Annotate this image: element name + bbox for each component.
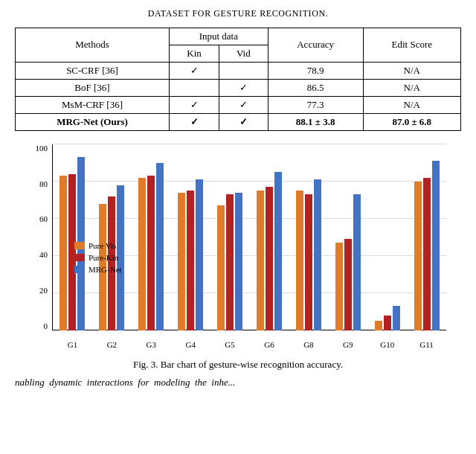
cell-method: BoF [36] [16,79,170,96]
bar-pure_kin [187,191,194,330]
bar-group [250,172,289,330]
cell-kin [169,79,219,96]
bar-group [289,179,328,330]
bar-pure_vis [414,182,422,330]
x-label: G10 [367,340,407,349]
bar-pure_kin [305,194,312,330]
bar-mrg_net [353,194,361,330]
bar-pure_vis [60,176,67,330]
bar-group [328,194,367,330]
x-label: G9 [328,340,367,349]
legend-label: MRG-Net [89,265,122,274]
cell-accuracy: 86.5 [268,79,363,96]
cell-accuracy: 88.1 ± 3.8 [268,113,363,130]
bar-chart: 020406080100 G1G2G3G4G5G6G8G9G10G11 Pure… [30,144,446,353]
cell-kin: ✓ [169,96,219,113]
legend-label: Pure Vis [89,241,116,250]
bar-mrg_net [432,161,440,330]
bar-pure_vis [335,243,343,330]
y-label: 80 [39,180,48,188]
legend-item: Pure-Kin [74,253,122,262]
bar-pure_vis [257,191,264,330]
cell-vid: ✓ [219,96,268,113]
bar-pure_vis [217,205,225,330]
cell-method: MRG-Net (Ours) [16,113,170,130]
cell-method: SC-CRF [36] [16,62,170,79]
x-label: G8 [289,340,328,349]
bar-pure_vis [375,321,382,330]
x-label: G3 [132,340,171,349]
legend-item: MRG-Net [74,265,122,274]
legend-swatch [74,266,85,273]
x-label: G1 [53,340,92,349]
bar-mrg_net [393,306,400,330]
bar-pure_kin [423,178,431,330]
subheader-kin: Kin [169,45,219,62]
legend-swatch [74,242,85,249]
bar-pure_vis [178,193,185,330]
table-title: Dataset for Gesture Recognition. [15,7,461,20]
cell-vid: ✓ [219,79,268,96]
table-row: MRG-Net (Ours) ✓ ✓ 88.1 ± 3.8 87.0 ± 6.8 [16,113,461,130]
chart-caption: Fig. 3. Bar chart of gesture-wise recogn… [15,359,461,371]
y-label: 0 [44,322,48,330]
y-label: 100 [36,144,48,153]
table-row: SC-CRF [36] ✓ 78.9 N/A [16,62,461,79]
cell-vid: ✓ [219,113,268,130]
footer-text: nabling dynamic interactions for modelin… [15,375,461,390]
bars-area [53,144,446,330]
bar-pure_kin [344,239,352,330]
bar-mrg_net [156,163,164,330]
bar-pure_kin [226,194,234,330]
comparison-table: Methods Input data Accuracy Edit Score K… [15,28,461,131]
bar-pure_kin [147,176,155,330]
cell-edit-score: 87.0 ± 6.8 [363,113,460,130]
legend: Pure VisPure-KinMRG-Net [74,241,122,274]
col-input-data: Input data [169,28,268,45]
cell-edit-score: N/A [363,62,460,79]
x-axis-labels: G1G2G3G4G5G6G8G9G10G11 [53,340,446,349]
y-label: 20 [39,287,48,295]
bar-pure_vis [138,178,146,330]
bar-group [367,306,407,330]
x-label: G5 [210,340,250,349]
x-label: G6 [250,340,289,349]
cell-vid [219,62,268,79]
cell-edit-score: N/A [363,79,460,96]
y-label: 60 [39,215,48,223]
col-edit-score: Edit Score [363,28,460,62]
bar-pure_vis [296,191,303,330]
subheader-vid: Vid [219,45,268,62]
x-label: G2 [92,340,132,349]
x-label: G11 [407,340,446,349]
bar-pure_kin [266,187,273,330]
bar-mrg_net [314,179,321,330]
table-row: BoF [36] ✓ 86.5 N/A [16,79,461,96]
y-label: 40 [39,251,48,259]
cell-method: MsM-CRF [36] [16,96,170,113]
cell-accuracy: 78.9 [268,62,363,79]
bar-mrg_net [274,172,282,330]
cell-accuracy: 77.3 [268,96,363,113]
bar-group [407,161,446,330]
col-accuracy: Accuracy [268,28,363,62]
legend-item: Pure Vis [74,241,122,250]
bar-group [210,193,250,330]
table-row: MsM-CRF [36] ✓ ✓ 77.3 N/A [16,96,461,113]
bar-group [171,179,210,330]
legend-swatch [74,254,85,261]
bar-pure_kin [384,316,391,330]
x-label: G4 [171,340,210,349]
cell-kin: ✓ [169,62,219,79]
cell-edit-score: N/A [363,96,460,113]
cell-kin: ✓ [169,113,219,130]
bar-mrg_net [196,179,203,330]
y-axis-labels: 020406080100 [30,144,51,330]
bar-group [132,163,171,330]
legend-label: Pure-Kin [89,253,118,262]
col-methods: Methods [16,28,170,62]
chart-container: 020406080100 G1G2G3G4G5G6G8G9G10G11 Pure… [15,144,461,353]
bar-mrg_net [235,193,242,330]
